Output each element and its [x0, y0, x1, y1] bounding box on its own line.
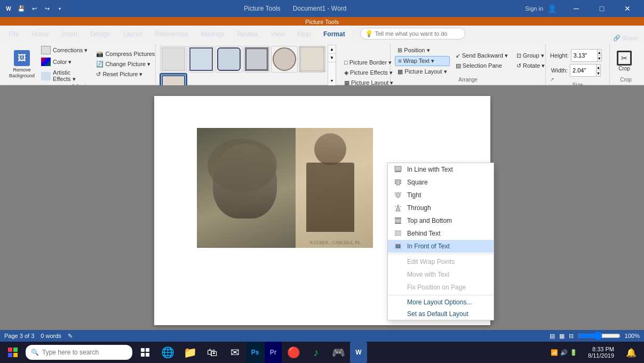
redo-quick-btn[interactable]: ↪ — [42, 3, 52, 14]
wrap-through-item[interactable]: Through — [388, 201, 494, 214]
close-btn[interactable]: ✕ — [615, 0, 640, 17]
volume-icon[interactable]: 🔊 — [560, 349, 568, 356]
change-picture-btn[interactable]: 🔄 Change Picture ▾ — [93, 60, 157, 69]
edge-browser-btn[interactable]: 🌐 — [157, 342, 178, 363]
color-btn[interactable]: Color ▾ — [38, 57, 90, 67]
wrap-text-btn[interactable]: ≡ Wrap Text ▾ — [395, 56, 449, 66]
store-btn[interactable]: 🛍 — [202, 342, 223, 363]
corrections-btn[interactable]: Corrections ▾ — [38, 45, 90, 55]
print-layout-icon[interactable]: ▦ — [559, 333, 565, 340]
tab-home[interactable]: Home — [25, 27, 55, 42]
customize-quick-btn[interactable]: ▾ — [54, 3, 65, 14]
tab-layout[interactable]: Layout — [117, 27, 149, 42]
clock-display[interactable]: 8:33 PM 8/11/2019 — [584, 346, 618, 359]
tab-design[interactable]: Design — [84, 27, 116, 42]
rotate-btn[interactable]: ↺ Rotate ▾ — [514, 61, 548, 70]
file-explorer-btn[interactable]: 📁 — [179, 342, 201, 363]
portrait-image[interactable] — [197, 128, 296, 248]
more-layout-options-item[interactable]: More Layout Options... — [388, 296, 494, 308]
mail-btn[interactable]: ✉ — [224, 342, 245, 363]
reset-picture-btn[interactable]: ↺ Reset Picture ▾ — [93, 70, 157, 79]
tab-format[interactable]: Format — [317, 27, 352, 42]
sign-in-btn[interactable]: Sign in — [525, 5, 543, 12]
arrange-label: Arrange — [395, 77, 541, 84]
crop-btn[interactable]: ✂ Crop — [614, 45, 634, 77]
taskbar-search-bar[interactable]: 🔍 — [26, 345, 132, 360]
battery-icon[interactable]: 🔋 — [570, 349, 577, 356]
restore-btn[interactable]: □ — [590, 0, 614, 17]
tab-review[interactable]: Review — [230, 27, 264, 42]
zoom-slider[interactable] — [578, 332, 621, 340]
width-up-btn[interactable]: ▲ — [597, 64, 600, 70]
tell-me-input[interactable] — [375, 30, 460, 37]
selection-pane-btn[interactable]: ▤ Selection Pane — [453, 61, 511, 70]
set-default-layout-item[interactable]: Set as Default Layout — [388, 308, 494, 320]
height-up-btn[interactable]: ▲ — [598, 50, 601, 55]
network-icon[interactable]: 📶 — [551, 349, 558, 356]
styles-scroll-down[interactable]: ▼ — [328, 54, 336, 62]
adjust-group-content: 🖼 RemoveBackground Corrections ▾ Color ▾ — [6, 45, 157, 84]
spotify-btn[interactable]: ♪ — [305, 342, 327, 363]
photoshop-btn[interactable]: Ps — [247, 342, 264, 363]
width-down-btn[interactable]: ▼ — [597, 70, 600, 76]
picture-style-1[interactable] — [160, 46, 187, 72]
remove-background-btn[interactable]: 🖼 RemoveBackground — [6, 49, 37, 80]
tab-view[interactable]: View — [265, 27, 291, 42]
taskbar-search-input[interactable] — [42, 349, 122, 356]
game-btn[interactable]: 🎮 — [328, 342, 349, 363]
chrome-btn[interactable]: 🔴 — [283, 342, 304, 363]
start-button[interactable] — [2, 342, 23, 363]
styles-scroll-up[interactable]: ▲ — [328, 45, 336, 54]
save-quick-btn[interactable]: 💾 — [16, 3, 27, 14]
picture-style-4[interactable] — [243, 46, 270, 72]
send-backward-btn[interactable]: ↙ Send Backward ▾ — [453, 51, 511, 60]
notification-btn[interactable]: 🔔 — [621, 342, 642, 363]
wrap-infront-item[interactable]: In Front of Text — [388, 240, 494, 253]
task-view-btn[interactable] — [134, 342, 156, 363]
picture-style-2[interactable] — [188, 46, 214, 72]
picture-style-5[interactable] — [271, 46, 298, 72]
picture-style-6[interactable] — [299, 46, 325, 72]
wrap-tight-item[interactable]: Tight — [388, 189, 494, 201]
contextual-tab-header: Picture Tools — [0, 17, 644, 26]
share-btn[interactable]: 🔗 Share — [613, 35, 638, 42]
wrap-inline-label: In Line with Text — [407, 166, 453, 173]
wrap-inline-item[interactable]: In Line with Text — [388, 163, 494, 176]
picture-style-3[interactable] — [216, 46, 242, 72]
size-dialog-launcher[interactable]: ↗ — [550, 77, 554, 82]
menu-divider-2 — [388, 295, 494, 295]
wrap-fix-icon — [393, 284, 403, 291]
picture-border-btn[interactable]: □ Picture Border ▾ — [341, 58, 396, 67]
width-input[interactable] — [570, 64, 596, 76]
web-layout-icon[interactable]: ⊟ — [569, 333, 574, 340]
compress-pictures-btn[interactable]: 📸 Compress Pictures — [93, 50, 157, 59]
position-btn[interactable]: ⊞ Position ▾ — [395, 46, 449, 55]
undo-quick-btn[interactable]: ↩ — [29, 3, 39, 14]
premiere-btn[interactable]: Pr — [265, 342, 282, 363]
wrap-topbottom-item[interactable]: Top and Bottom — [388, 214, 494, 227]
height-input[interactable] — [571, 50, 597, 61]
tab-references[interactable]: References — [149, 27, 194, 42]
window-controls: Sign in 👤 ─ □ ✕ — [525, 0, 640, 17]
tab-file[interactable]: File — [2, 27, 25, 42]
svg-rect-32 — [141, 348, 145, 352]
tab-mailings[interactable]: Mailings — [194, 27, 230, 42]
tab-insert[interactable]: Insert — [55, 27, 84, 42]
wrap-behind-item[interactable]: Behind Text — [388, 227, 494, 240]
picture-effects-btn[interactable]: ◈ Picture Effects ▾ — [341, 68, 396, 77]
svg-rect-24 — [395, 234, 401, 235]
tell-me-bar[interactable]: 💡 — [360, 28, 465, 39]
artistic-effects-btn[interactable]: ArtisticEffects ▾ — [38, 68, 90, 84]
crop-group-label: Crop — [614, 77, 638, 84]
group-btn[interactable]: ⊡ Group ▾ — [514, 51, 548, 60]
standing-image[interactable]: N.GUBER... CARLISLE, PA. — [296, 128, 373, 248]
word-taskbar-btn[interactable]: W — [350, 342, 367, 363]
tab-help[interactable]: Help — [291, 27, 317, 42]
picture-layout-arrange-btn[interactable]: ▦ Picture Layout ▾ — [395, 67, 449, 76]
ribbon-content: 🖼 RemoveBackground Corrections ▾ Color ▾ — [0, 42, 644, 85]
minimize-btn[interactable]: ─ — [564, 0, 589, 17]
wrap-square-item[interactable]: Square — [388, 176, 494, 189]
svg-rect-16 — [400, 206, 401, 207]
read-mode-icon[interactable]: ▤ — [550, 333, 555, 340]
height-down-btn[interactable]: ▼ — [598, 55, 601, 61]
